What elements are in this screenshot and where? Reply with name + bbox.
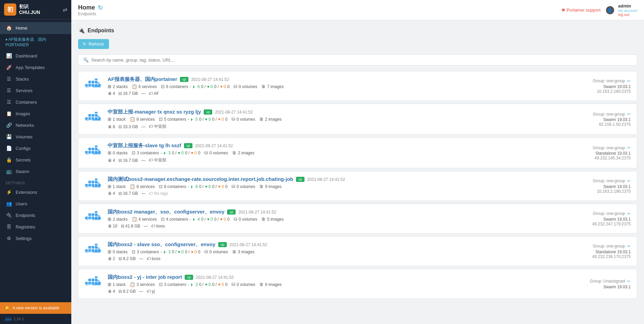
endpoint-right-4: Group: one-group ✏ Swarm 19.03.1 10.163.… <box>576 178 631 194</box>
portainer-support-link[interactable]: ✖ Portainer support <box>562 7 601 13</box>
svg-rect-59 <box>95 244 97 245</box>
stat-volumes: ⛁ 0 volumes <box>232 117 255 122</box>
topbar: Home ↻ Endpoints ✖ Portainer support 👤 a… <box>71 0 644 20</box>
edit-endpoint-icon-7[interactable]: ✏ <box>627 279 631 284</box>
svg-rect-12 <box>85 117 88 120</box>
svg-rect-35 <box>92 184 94 187</box>
stat-volumes: ⛁ 0 volumes <box>204 249 228 254</box>
endpoint-meta-7: 🖥 4 ⊟ 8.2 GB — 🏷 yj <box>108 289 571 294</box>
new-version-banner[interactable]: 🔔 A new version is available <box>0 302 71 314</box>
sidebar-item-dashboard[interactable]: 📊 Dashboard <box>0 50 71 62</box>
admin-area: 👤 admin my account log out <box>606 3 637 17</box>
sidebar-item-services[interactable]: ☰ Services <box>0 85 71 96</box>
swarm-type-3: Standalone 19.03.1 <box>576 151 631 156</box>
content-area: 🔌 Endpoints ↻ Refresh 🔍 <box>71 20 644 324</box>
stat-images: 🗎 2 images <box>259 117 282 122</box>
logout-link[interactable]: log out <box>618 13 637 17</box>
admin-avatar: 👤 <box>606 6 614 14</box>
sidebar-item-extensions[interactable]: ⚡ Extensions <box>0 186 71 198</box>
sidebar-item-app-templates[interactable]: 🚀 App Templates <box>0 62 71 73</box>
status-badge-6: up <box>218 242 227 247</box>
svg-point-61 <box>97 248 100 249</box>
sidebar-item-swarm[interactable]: 📺 Swarm <box>0 166 71 177</box>
swarm-type-2: Swarm 19.03.1 <box>576 117 631 122</box>
ip-addr-5: 49.232.247.179:2375 <box>576 222 631 226</box>
docker-icon-1 <box>85 77 102 95</box>
group-label-3: Group: one-group ✏ <box>576 145 631 150</box>
stat-containers: ⊡ 8 containers - ⏵ 8 0 / ♥ 0 0 / ♥ 0 0 <box>159 184 227 189</box>
ip-addr-6: 49.232.236.170:2375 <box>576 254 631 259</box>
endpoint-stats-1: ⊞ 2 stacks 📋 6 services ⊡ 6 containers -… <box>108 84 571 89</box>
images-icon: 📋 <box>5 111 12 116</box>
support-icon: ✖ <box>562 7 565 13</box>
endpoint-right-2: Group: one-group ✏ Swarm 19.03.1 82.156.… <box>576 112 631 127</box>
edit-endpoint-icon-5[interactable]: ✏ <box>627 211 631 216</box>
refresh-button[interactable]: ↻ Refresh <box>78 39 109 49</box>
endpoint-card-6[interactable]: 国内boss2 - slave sso、configserver、envoy u… <box>78 236 637 266</box>
sidebar-toggle-icon[interactable]: ⇄ <box>63 6 67 13</box>
sidebar-endpoint-label[interactable]: ♦ AF报表服务器、国内PORTAINER <box>0 34 71 50</box>
edit-endpoint-icon-4[interactable]: ✏ <box>627 178 631 184</box>
sidebar-users-label: Users <box>16 201 27 206</box>
svg-rect-45 <box>92 217 94 219</box>
stat-images: 🗎 7 images <box>261 84 284 89</box>
timestamp-6: 2021-08-27 14:41:52 <box>229 242 267 247</box>
svg-rect-23 <box>88 151 91 153</box>
sidebar-item-settings[interactable]: ⚙ Settings <box>0 233 71 244</box>
sidebar-item-volumes[interactable]: 💾 Volumes <box>0 131 71 142</box>
endpoint-name-1: AF报表服务器、国内portainer up 2021-08-27 14:41:… <box>108 76 571 83</box>
svg-rect-34 <box>88 181 91 183</box>
sidebar-item-stacks[interactable]: ☰ Stacks <box>0 73 71 85</box>
edit-endpoint-icon-3[interactable]: ✏ <box>627 145 631 150</box>
endpoint-card-7[interactable]: 国内boss2 - yj - inter job report up 2021-… <box>78 269 637 299</box>
sidebar-item-endpoints[interactable]: 🔌 Endpoints <box>0 209 71 221</box>
edit-endpoint-icon-2[interactable]: ✏ <box>627 112 631 117</box>
ip-addr-4: 10.163.2.196:2375 <box>576 189 631 194</box>
stat-services: 📋 8 services <box>130 184 155 189</box>
stat-stacks: ⊞ 2 stacks <box>108 217 128 222</box>
tag-label: 🏷 AF <box>149 91 159 96</box>
svg-rect-43 <box>88 217 91 219</box>
svg-rect-15 <box>92 117 94 120</box>
endpoints-section-icon: 🔌 <box>78 27 85 34</box>
ip-addr-3: 49.232.145.34:2375 <box>576 156 631 160</box>
search-input[interactable] <box>91 57 632 63</box>
endpoint-stats-7: ⊞ 1 stack 📋 3 services ⊡ 3 containers - … <box>108 282 571 287</box>
sidebar-item-home[interactable]: 🏠 Home <box>0 22 71 34</box>
sidebar-item-secrets[interactable]: 🔒 Secrets <box>0 154 71 166</box>
svg-rect-49 <box>95 211 97 213</box>
svg-rect-24 <box>88 148 91 150</box>
sidebar-item-images[interactable]: 📋 Images <box>0 108 71 119</box>
my-account-link[interactable]: my account <box>618 8 637 13</box>
svg-rect-54 <box>88 246 91 249</box>
sidebar-item-networks[interactable]: 🔗 Networks <box>0 119 71 131</box>
sidebar-home-label: Home <box>16 25 27 31</box>
sidebar-stacks-label: Stacks <box>16 76 29 82</box>
edit-endpoint-icon-6[interactable]: ✏ <box>627 244 631 249</box>
sidebar-item-users[interactable]: 👥 Users <box>0 198 71 209</box>
stat-images: 🗎 9 images <box>259 184 282 189</box>
svg-point-41 <box>97 182 100 184</box>
stat-services: 📋 4 services <box>132 217 157 222</box>
swarm-type-1: Swarm 19.03.1 <box>576 84 631 89</box>
endpoint-card-5[interactable]: 国内boss2 manager、sso、configserver、envoy u… <box>78 204 637 234</box>
endpoint-card-2[interactable]: 中宣部上报-manager tx qnxz ss ryzg ljy up 202… <box>78 104 637 135</box>
topbar-left: Home ↻ Endpoints <box>78 4 103 16</box>
endpoint-card-1[interactable]: AF报表服务器、国内portainer up 2021-08-27 14:41:… <box>78 71 637 101</box>
stat-volumes: ⛁ 0 volumes <box>204 150 228 155</box>
endpoint-card-4[interactable]: 国内测试boss2-manager.exchange-rate.sourcelo… <box>78 171 637 201</box>
stat-containers: ⊡ 4 containers - ⏵ 4 0 / ♥ 0 0 / ♥ 0 0 <box>161 217 229 222</box>
sidebar-item-registries[interactable]: 🗄 Registries <box>0 221 71 233</box>
endpoint-card-3[interactable]: 中宣部上报服务-slave tg lh sszf up 2021-08-27 1… <box>78 137 637 168</box>
docker-icon-3 <box>85 144 102 162</box>
status-badge-4: up <box>296 177 305 182</box>
stat-containers: ⊡ 3 containers - ⏵ 3 0 / ♥ 0 0 / ♥ 0 0 <box>132 249 200 254</box>
svg-rect-2 <box>85 84 88 87</box>
sidebar-item-containers[interactable]: ☰ Containers <box>0 96 71 108</box>
sidebar-item-configs[interactable]: 📄 Configs <box>0 142 71 154</box>
edit-endpoint-icon-1[interactable]: ✏ <box>627 79 631 84</box>
endpoint-info-7: 国内boss2 - yj - inter job report up 2021-… <box>108 274 571 294</box>
endpoint-right-3: Group: one-group ✏ Standalone 19.03.1 49… <box>576 145 631 160</box>
refresh-page-icon[interactable]: ↻ <box>98 4 103 12</box>
stat-containers: ⊡ 3 containers - ⏵ 3 0 / ♥ 0 0 / ♥ 0 0 <box>132 150 200 155</box>
